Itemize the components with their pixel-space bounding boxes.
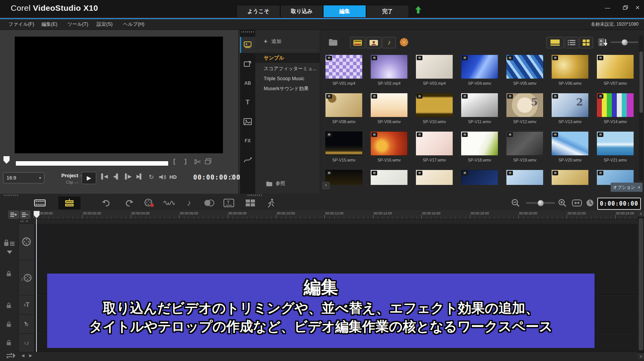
folder-muserk[interactable]: Muserkサウンド効果 <box>255 84 320 94</box>
view-grid-button[interactable] <box>579 37 593 48</box>
menu-edit[interactable]: 編集(E) <box>38 19 61 30</box>
nav-transition[interactable]: AB <box>240 75 255 91</box>
video-track-lane[interactable] <box>34 223 638 260</box>
view-list-button[interactable] <box>565 37 578 48</box>
split-clip-icon[interactable] <box>194 158 201 165</box>
window-minimize-button[interactable]: — <box>603 4 613 12</box>
tab-capture[interactable]: 取り込み <box>280 5 323 18</box>
media-item[interactable]: ▤5SP-V12.wmv <box>502 92 547 130</box>
media-thumbnail[interactable]: ▤ <box>370 131 408 156</box>
media-thumbnail[interactable]: ▤ <box>370 170 408 185</box>
menu-tools[interactable]: ツール(T) <box>64 19 92 30</box>
window-restore-button[interactable] <box>620 4 630 12</box>
drag-handle-dots[interactable] <box>248 195 263 196</box>
mark-in-icon[interactable]: [ <box>173 158 176 165</box>
media-thumbnail[interactable]: ▤ <box>325 131 363 156</box>
music-track-header[interactable]: 1♪ <box>18 333 34 352</box>
sound-mixer-button[interactable] <box>158 196 180 209</box>
timecode-spin-down[interactable]: ▼ <box>229 178 234 181</box>
menu-help[interactable]: ヘルプ(H) <box>119 19 148 30</box>
media-thumbnail[interactable]: ▤ <box>551 54 589 79</box>
media-thumbnail[interactable]: ▤ <box>506 131 544 156</box>
media-thumbnail[interactable]: ▤ <box>325 170 363 185</box>
fit-timeline-button[interactable] <box>570 196 583 209</box>
mark-out-icon[interactable]: ] <box>184 158 187 165</box>
folder-scorefitter[interactable]: スコアフィッターミュ... <box>255 64 320 74</box>
thumbnail-size-slider[interactable] <box>611 41 638 43</box>
media-thumbnail[interactable]: ▤ <box>461 170 498 185</box>
media-thumbnail[interactable]: ▤ <box>551 131 589 156</box>
library-scrollbar-thumb[interactable] <box>639 51 643 113</box>
scrubber-handle[interactable] <box>3 156 10 164</box>
media-thumbnail[interactable]: ▤ <box>416 131 453 156</box>
media-thumbnail[interactable]: ▤ <box>461 54 498 79</box>
timeline-zoom-slider[interactable] <box>526 202 555 204</box>
undo-button[interactable] <box>95 196 117 209</box>
sort-button[interactable]: AZ <box>597 37 608 48</box>
media-item[interactable]: ▤ <box>547 169 593 185</box>
media-thumbnail[interactable]: ▤ <box>461 131 498 156</box>
scroll-left-button[interactable]: ‹ <box>322 182 330 189</box>
storyboard-view-button[interactable] <box>29 196 51 209</box>
timeline-view-button[interactable] <box>58 196 80 209</box>
zoom-in-button[interactable] <box>557 196 568 209</box>
media-item[interactable]: ▤SP-V21.wmv <box>593 130 638 169</box>
drag-handle-dots[interactable] <box>242 31 254 33</box>
voice-track-header[interactable] <box>18 314 34 334</box>
filter-audio-button[interactable]: ♪ <box>382 37 396 48</box>
thumbnail-size-slider-knob[interactable] <box>621 39 628 46</box>
media-item[interactable]: ▤SP-V07.wmv <box>593 54 638 92</box>
timeline-ruler[interactable]: 00:00:00:0000:00:02:0000:00:04:0000:00:0… <box>34 210 638 219</box>
view-large-thumbnails-button[interactable] <box>546 37 564 48</box>
overlay-track-header[interactable]: 1 <box>18 260 34 295</box>
clip-mode-label[interactable]: Clip — <box>66 180 79 185</box>
media-item[interactable]: ▤SP-V17.wmv <box>412 130 457 169</box>
media-item[interactable]: ▤SP-V18.wmv <box>457 130 502 169</box>
timecode-spin-up[interactable]: ▲ <box>229 174 234 177</box>
tab-edit[interactable]: 編集 <box>323 5 366 18</box>
project-mode-label[interactable]: Project — <box>61 173 85 178</box>
rail-chevron-down-icon[interactable] <box>7 251 12 254</box>
nav-media[interactable] <box>240 37 255 53</box>
lock-all-tracks-button[interactable] <box>4 239 15 247</box>
media-thumbnail[interactable]: ▤ <box>370 93 408 117</box>
drag-handle-dots[interactable] <box>4 195 19 196</box>
play-button[interactable]: ▶ <box>82 172 96 184</box>
filter-video-button[interactable] <box>350 37 365 48</box>
media-item[interactable]: ▤ <box>412 169 457 185</box>
media-item[interactable]: ▤SP-V01.mp4 <box>321 54 366 92</box>
title-track-header[interactable]: 1T <box>18 295 34 315</box>
track-transparency-button[interactable] <box>198 196 220 209</box>
media-thumbnail[interactable]: ▤ <box>370 54 408 79</box>
media-thumbnail[interactable]: ▤ <box>325 93 363 117</box>
media-thumbnail[interactable]: ▤ <box>461 93 498 117</box>
menu-file[interactable]: ファイル(F) <box>5 19 38 30</box>
folder-samples[interactable]: サンプル <box>255 53 320 63</box>
scroll-timeline-left-button[interactable]: ◀ <box>21 353 25 358</box>
aspect-ratio-select[interactable]: 16:9 ▾ <box>3 172 44 183</box>
media-item[interactable]: ▤SP-V02.mp4 <box>366 54 412 92</box>
media-item[interactable]: ▤2SP-V13.wmv <box>547 92 593 130</box>
skip-start-button[interactable]: ▌◀ <box>101 173 107 179</box>
filter-all-media-button[interactable] <box>398 37 410 48</box>
media-item[interactable]: ▤SP-V10.wmv <box>412 92 457 130</box>
scroll-down-button[interactable]: ∨ <box>638 353 644 359</box>
track-manager-show-all-button[interactable] <box>8 211 19 219</box>
media-thumbnail[interactable]: ▤2 <box>551 93 589 117</box>
auto-music-button[interactable]: ♪ <box>178 196 200 209</box>
timeline-timecode[interactable]: 0:00:00:00 <box>597 198 641 210</box>
video-track-header[interactable] <box>18 223 34 260</box>
voice-track-lock[interactable] <box>6 321 12 327</box>
media-item[interactable]: ▤ <box>366 169 412 185</box>
overlay-track-lock[interactable] <box>6 270 12 277</box>
music-track-lock[interactable] <box>6 340 12 346</box>
media-thumbnail[interactable]: ▤ <box>506 170 544 185</box>
media-item[interactable]: ▤SP-V09.wmv <box>366 92 412 130</box>
media-item[interactable]: ▤SP-V15.wmv <box>321 130 366 169</box>
media-thumbnail[interactable]: ▤ <box>416 93 453 117</box>
hd-toggle[interactable]: HD <box>169 174 177 180</box>
track-manager-hide-button[interactable] <box>20 211 30 219</box>
nav-instant-project[interactable] <box>240 56 255 72</box>
options-toggle[interactable]: オプション ∧ <box>611 183 642 192</box>
media-item[interactable]: ▤SP-V04.wmv <box>457 54 502 92</box>
